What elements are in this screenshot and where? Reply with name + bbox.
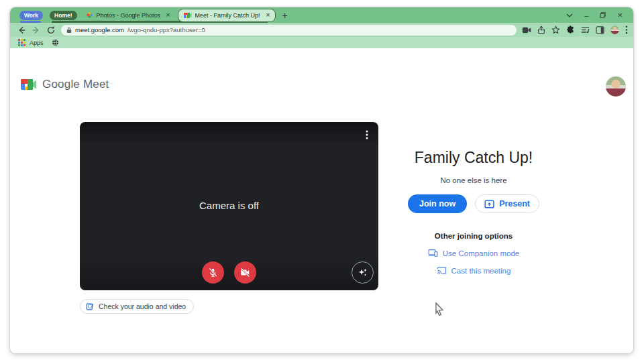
extensions-puzzle-icon[interactable] — [566, 25, 575, 34]
new-tab-button[interactable]: + — [282, 10, 288, 21]
bookmark-star-icon[interactable] — [551, 25, 560, 34]
present-button-label: Present — [499, 199, 530, 208]
tab-group-work[interactable]: Work — [19, 11, 43, 20]
tab-meet-active[interactable]: Meet - Family Catch Up! × — [178, 9, 276, 22]
companion-mode-label: Use Companion mode — [443, 249, 519, 257]
camera-in-use-icon[interactable] — [522, 27, 531, 34]
media-controls-icon[interactable] — [581, 26, 590, 34]
cast-icon — [437, 266, 447, 275]
preview-options-kebab-icon[interactable] — [366, 130, 368, 139]
meet-page: Google Meet Camera is off — [10, 48, 633, 354]
tab-title: Photos - Google Photos — [97, 12, 163, 19]
meeting-title: Family Catch Up! — [386, 149, 561, 167]
side-panel-icon[interactable] — [596, 26, 604, 34]
apps-grid-icon[interactable] — [18, 39, 25, 46]
camera-off-message: Camera is off — [80, 200, 378, 211]
browser-window: Work Home! Photos - Google Photos × — [9, 7, 634, 354]
forward-icon[interactable] — [32, 25, 41, 35]
tab-group-work-underline — [20, 21, 41, 23]
chevron-down-icon[interactable] — [566, 13, 573, 17]
join-now-button[interactable]: Join now — [408, 194, 467, 213]
close-window-button[interactable]: × — [617, 10, 623, 20]
toolbar-actions — [522, 25, 628, 34]
check-audio-video-label: Check your audio and video — [99, 302, 186, 310]
google-photos-icon — [86, 11, 93, 19]
visual-effects-button[interactable] — [352, 261, 374, 284]
join-panel: Family Catch Up! No one else is here Joi… — [386, 149, 561, 275]
mic-off-icon — [207, 267, 219, 278]
window-controls: – × — [566, 10, 628, 20]
companion-mode-link[interactable]: Use Companion mode — [386, 249, 561, 257]
bookmarks-bar: Apps — [10, 37, 633, 48]
troubleshoot-icon — [86, 302, 95, 311]
present-button[interactable]: Present — [475, 194, 539, 213]
camera-off-icon — [239, 267, 251, 278]
join-actions: Join now Present — [386, 194, 561, 213]
reload-icon[interactable] — [46, 25, 56, 35]
mouse-cursor — [433, 302, 445, 318]
tab-group-home-label: Home! — [54, 12, 72, 19]
companion-mode-icon — [428, 249, 438, 257]
preview-controls — [80, 261, 378, 284]
cast-meeting-label: Cast this meeting — [451, 267, 511, 275]
globe-bookmark-icon[interactable] — [52, 39, 59, 46]
tab-title: Meet - Family Catch Up! — [195, 12, 263, 19]
restore-button-icon[interactable] — [600, 12, 606, 18]
presence-text: No one else is here — [386, 176, 561, 184]
meet-logo-text: Google Meet — [42, 78, 109, 91]
tab-close-icon[interactable]: × — [166, 11, 170, 19]
google-meet-logo-icon — [19, 78, 37, 91]
url-host: meet.google.com — [75, 26, 124, 34]
account-avatar[interactable] — [606, 76, 626, 97]
tab-close-icon[interactable]: × — [266, 11, 270, 19]
camera-off-button[interactable] — [234, 261, 256, 284]
cast-meeting-link[interactable]: Cast this meeting — [386, 266, 561, 275]
mic-off-button[interactable] — [202, 261, 224, 284]
google-meet-icon — [183, 12, 192, 19]
meet-logo: Google Meet — [19, 78, 109, 91]
share-icon[interactable] — [537, 25, 545, 34]
profile-avatar[interactable] — [610, 25, 619, 34]
check-audio-video-button[interactable]: Check your audio and video — [80, 299, 194, 314]
tab-group-home[interactable]: Home! — [50, 11, 76, 20]
video-preview: Camera is off — [80, 122, 378, 290]
apps-label[interactable]: Apps — [30, 40, 44, 46]
sparkle-effects-icon — [357, 267, 368, 278]
back-icon[interactable] — [17, 25, 26, 35]
browser-menu-kebab-icon[interactable] — [625, 25, 628, 34]
other-options-title: Other joining options — [386, 232, 561, 240]
address-bar[interactable]: meet.google.com/wgo-qndu-ppx?authuser=0 — [61, 25, 517, 36]
tab-group-work-label: Work — [24, 12, 38, 19]
present-icon — [484, 200, 494, 208]
browser-toolbar: meet.google.com/wgo-qndu-ppx?authuser=0 — [10, 23, 633, 37]
tab-strip: Work Home! Photos - Google Photos × — [10, 7, 633, 23]
lock-icon[interactable] — [66, 27, 72, 34]
url-path: /wgo-qndu-ppx?authuser=0 — [127, 26, 205, 34]
minimize-button[interactable]: – — [584, 11, 588, 19]
